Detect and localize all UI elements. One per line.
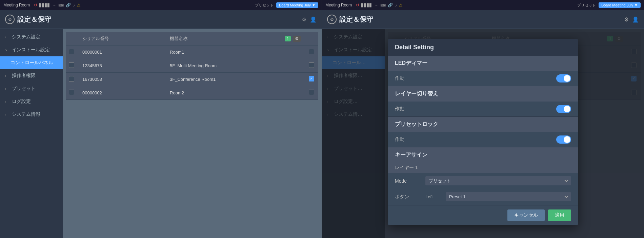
layer-switch-toggle[interactable]	[556, 105, 571, 113]
chevron-right-icon: ›	[5, 35, 9, 39]
row-serial: 16730053	[78, 73, 166, 86]
preset-lock-toggle[interactable]	[556, 135, 571, 144]
row-checkbox-cell	[66, 59, 78, 73]
row-select-cell	[305, 59, 318, 73]
forward-icon-r[interactable]: →	[374, 3, 378, 7]
settings-logo-icon: ⚙	[5, 15, 15, 24]
table-row[interactable]: 12345678 5F_Multi Meeting Room	[66, 59, 318, 73]
row-select-checkbox[interactable]	[309, 62, 314, 68]
sidebar-item-system[interactable]: › システム設定	[0, 31, 63, 43]
key-assign-header: キーアサイン	[388, 147, 578, 163]
link-icon-r: 🔗	[388, 3, 393, 7]
row-checkbox[interactable]	[69, 90, 74, 95]
sidebar-item-sysinfo[interactable]: › システム情報	[0, 108, 63, 121]
row-select-checkbox[interactable]	[309, 76, 314, 81]
sidebar-system-label: システム設定	[12, 34, 58, 40]
sidebar-log-label: ログ設定	[12, 98, 58, 105]
led-dimmer-row: 作動	[388, 71, 578, 86]
count-badge: 1	[285, 36, 291, 41]
left-preset-badge[interactable]: Board Meeting July ▼	[276, 2, 318, 8]
left-titlebar: Meeting Room ↺ ▊▊▊▊ → ⊞⊞ 🔗 ♪ ⚠ プリセット Boa…	[0, 0, 322, 10]
sidebar-item-install[interactable]: ∨ インストール設定	[0, 43, 63, 56]
row-checkbox[interactable]	[69, 49, 74, 54]
settings-logo-icon-r: ⚙	[327, 15, 337, 24]
layer-switch-row: 作動	[388, 102, 578, 116]
audio-icon: ♪	[73, 3, 75, 7]
row-checkbox[interactable]	[69, 76, 74, 81]
sidebar-item-log[interactable]: › ログ設定	[0, 95, 63, 108]
led-dimmer-header: LEDディマー	[388, 56, 578, 71]
left-preset-label: プリセット	[255, 3, 274, 8]
mode-select[interactable]: プリセット レイヤー シーン	[425, 176, 571, 185]
row-serial: 00000001	[78, 45, 166, 59]
forward-icon[interactable]: →	[52, 3, 56, 7]
row-checkbox-cell	[66, 45, 78, 59]
right-title-icons: ↺ ▊▊▊▊ → ⊞⊞ 🔗 ♪ ⚠	[356, 3, 403, 7]
row-serial: 12345678	[78, 59, 166, 73]
row-name: 3F_Conference Room1	[166, 73, 305, 86]
right-preset-badge[interactable]: Board Meeting July ▼	[599, 2, 641, 8]
user-icon[interactable]: 👤	[310, 16, 317, 23]
layer-switch-section: レイヤー切り替え 作動	[388, 86, 578, 117]
th-serial: シリアル番号	[78, 32, 166, 45]
table-row[interactable]: 16730053 3F_Conference Room1	[66, 73, 318, 86]
left-sidebar-nav: › システム設定 ∨ インストール設定 コントロールパネル › 操作者権限 ›	[0, 29, 63, 121]
sidebar-sysinfo-label: システム情報	[12, 111, 58, 117]
right-app-name: Meeting Room	[325, 3, 352, 7]
active-dot-icon	[5, 61, 8, 64]
layer-switch-header: レイヤー切り替え	[388, 86, 578, 102]
table-row[interactable]: 00000001 Room1	[66, 45, 318, 59]
row-checkbox[interactable]	[69, 62, 74, 68]
row-serial: 00000002	[78, 86, 166, 100]
left-main-content: › システム設定 ∨ インストール設定 コントロールパネル › 操作者権限 ›	[0, 29, 322, 238]
signal-icon-r: ▊▊▊▊	[361, 3, 372, 7]
sidebar-install-label: インストール設定	[12, 47, 58, 53]
sidebar-item-control[interactable]: コントロールパネル	[0, 56, 63, 69]
sliders-icon-r[interactable]: ⚙	[624, 16, 629, 23]
button-label: ボタン	[395, 194, 422, 200]
sliders-icon[interactable]: ⚙	[302, 16, 306, 23]
led-dimmer-toggle[interactable]	[556, 74, 571, 83]
modal-footer: キャンセル 適用	[388, 205, 578, 225]
chevron-right-icon4: ›	[5, 100, 9, 104]
row-checkbox-cell	[66, 86, 78, 100]
preset-select[interactable]: Preset 1 Preset 2 Preset 3	[446, 192, 571, 201]
table-gear-button[interactable]: ⚙	[293, 36, 301, 42]
led-dimmer-section: LEDディマー 作動	[388, 56, 578, 86]
warning-icon: ⚠	[77, 3, 81, 7]
chevron-down-icon: ∨	[5, 48, 9, 52]
apply-button[interactable]: 適用	[548, 209, 571, 221]
sidebar-item-operator[interactable]: › 操作者権限	[0, 69, 63, 82]
warning-icon-r: ⚠	[399, 3, 403, 7]
preset-lock-header: プリセットロック	[388, 117, 578, 132]
led-dimmer-label: 作動	[395, 75, 556, 81]
back-icon-r[interactable]: ↺	[356, 3, 359, 7]
user-icon-r[interactable]: 👤	[632, 16, 639, 23]
sidebar-preset-label: プリセット	[12, 86, 58, 92]
row-select-checkbox[interactable]	[309, 90, 314, 95]
button-row: ボタン Left Preset 1 Preset 2 Preset 3	[388, 189, 578, 205]
cancel-button[interactable]: キャンセル	[507, 209, 545, 221]
preset-lock-row: 作動	[388, 132, 578, 147]
row-name: 5F_Multi Meeting Room	[166, 59, 305, 73]
right-title-right: プリセット Board Meeting July ▼	[577, 2, 641, 8]
table-row[interactable]: 00000002 Room2	[66, 86, 318, 100]
modal-title: Detail Setting	[388, 39, 578, 56]
left-page-title: 設定＆保守	[17, 15, 51, 24]
th-check	[66, 32, 78, 45]
row-select-checkbox[interactable]	[309, 49, 314, 54]
key-assign-section: キーアサイン レイヤー 1 Mode プリセット レイヤー シーン ボタン	[388, 147, 578, 205]
audio-icon-r: ♪	[395, 3, 397, 7]
link-icon: 🔗	[66, 3, 71, 7]
chevron-right-icon3: ›	[5, 87, 9, 91]
grid-icon: ⊞⊞	[58, 3, 64, 7]
sidebar-item-preset[interactable]: › プリセット	[0, 82, 63, 95]
back-icon[interactable]: ↺	[34, 3, 37, 7]
left-sidebar: › システム設定 ∨ インストール設定 コントロールパネル › 操作者権限 ›	[0, 29, 63, 238]
mode-row: Mode プリセット レイヤー シーン	[388, 173, 578, 189]
layer-switch-label: 作動	[395, 106, 556, 112]
chevron-right-icon5: ›	[5, 113, 9, 116]
sidebar-operator-label: 操作者権限	[12, 73, 58, 79]
left-app-name: Meeting Room	[3, 3, 30, 7]
row-name: Room1	[166, 45, 305, 59]
